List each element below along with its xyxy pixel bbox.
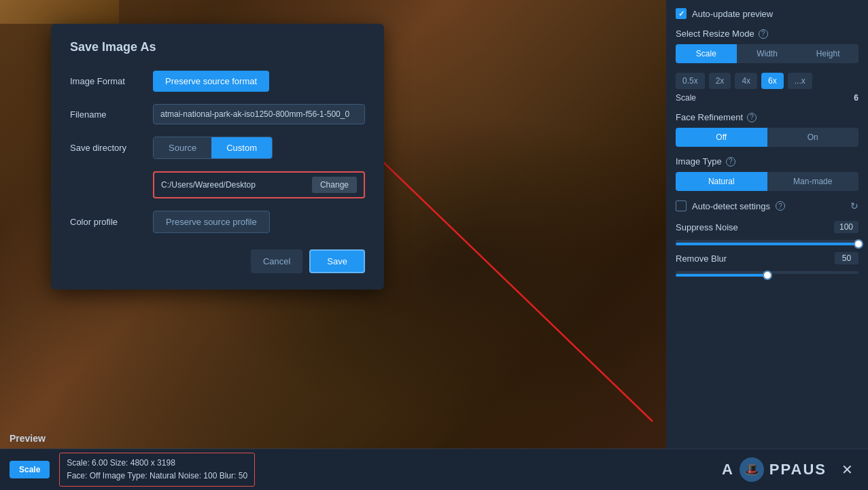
resize-mode-label: Select Resize Mode	[676, 29, 754, 39]
face-refinement-label: Face Refinement	[676, 112, 743, 122]
suppress-noise-row: Suppress Noise 100	[676, 221, 858, 233]
face-refinement-section: Face Refinement ? Off On	[676, 112, 858, 147]
image-format-row: Image Format Preserve source format	[70, 71, 365, 92]
auto-detect-row: Auto-detect settings ? ↻	[676, 200, 858, 211]
image-type-label: Image Type	[676, 156, 722, 167]
image-format-label: Image Format	[70, 76, 145, 86]
close-button[interactable]: ✕	[836, 459, 858, 480]
filename-row: Filename atmai-national-park-ak-iso1250-…	[70, 104, 365, 124]
remove-blur-label: Remove Blur	[676, 253, 727, 264]
resize-mode-section: Select Resize Mode ? Scale Width Height	[676, 29, 858, 63]
info-line1: Scale: 6.00 Size: 4800 x 3198	[67, 457, 247, 470]
scale-options-section: 0.5x 2x 4x 6x ...x Scale 6	[676, 73, 858, 103]
face-off-btn[interactable]: Off	[676, 128, 767, 147]
suppress-noise-section: Suppress Noise 100	[676, 221, 858, 243]
face-refinement-help-icon[interactable]: ?	[747, 113, 757, 122]
scale-4x-btn[interactable]: 4x	[735, 73, 757, 89]
preserve-profile-button[interactable]: Preserve source profile	[153, 211, 270, 233]
info-line2: Face: Off Image Type: Natural Noise: 100…	[67, 470, 247, 483]
auto-detect-help-icon[interactable]: ?	[776, 201, 785, 211]
auto-detect-checkbox[interactable]	[676, 200, 687, 211]
change-button[interactable]: Change	[312, 177, 357, 193]
auto-update-label: Auto-update preview	[692, 9, 773, 19]
face-refinement-group: Off On	[676, 128, 858, 147]
resize-mode-help-icon[interactable]: ?	[759, 29, 768, 39]
scale-label: Scale	[676, 93, 696, 103]
logo-area: A 🎩 PPAUS	[722, 457, 827, 482]
thumbnail-image	[0, 0, 119, 24]
scale-2x-btn[interactable]: 2x	[709, 73, 731, 89]
source-custom-group: Source Custom	[153, 137, 273, 159]
logo-text-ppaus: PPAUS	[769, 461, 827, 478]
resize-height-btn[interactable]: Height	[797, 44, 858, 63]
preview-label: Preview	[10, 433, 46, 444]
auto-update-checkbox[interactable]	[676, 8, 687, 19]
remove-blur-section: Remove Blur 50	[676, 252, 858, 274]
image-type-help-icon[interactable]: ?	[726, 157, 735, 167]
save-image-dialog: Save Image As Image Format Preserve sour…	[51, 24, 384, 290]
save-directory-label: Save directory	[70, 143, 145, 153]
dialog-footer: Cancel Save	[70, 249, 365, 273]
auto-update-row: Auto-update preview	[676, 8, 858, 19]
directory-box: C:/Users/Wareed/Desktop Change	[153, 171, 365, 198]
image-manmade-btn[interactable]: Man-made	[767, 172, 859, 191]
scale-options-group: 0.5x 2x 4x 6x ...x	[676, 73, 858, 89]
remove-blur-fill	[676, 274, 767, 277]
directory-path-row: C:/Users/Wareed/Desktop Change	[70, 171, 365, 198]
scale-custom-btn[interactable]: ...x	[788, 73, 812, 89]
auto-detect-label: Auto-detect settings	[692, 201, 770, 211]
suppress-noise-track[interactable]	[676, 240, 858, 243]
svg-line-0	[377, 156, 653, 421]
source-btn[interactable]: Source	[154, 137, 211, 158]
logo-icon: 🎩	[740, 457, 764, 482]
filename-input[interactable]: atmai-national-park-ak-iso1250-800mm-f56…	[153, 104, 365, 124]
suppress-noise-thumb[interactable]	[854, 239, 863, 249]
preserve-format-button[interactable]: Preserve source format	[153, 71, 269, 92]
cancel-button[interactable]: Cancel	[251, 249, 302, 273]
image-type-group: Natural Man-made	[676, 172, 858, 191]
suppress-noise-value: 100	[834, 221, 858, 233]
resize-width-btn[interactable]: Width	[737, 44, 798, 63]
remove-blur-value: 50	[835, 252, 858, 264]
filename-label: Filename	[70, 109, 145, 120]
suppress-noise-label: Suppress Noise	[676, 222, 738, 232]
refresh-icon[interactable]: ↻	[850, 200, 858, 211]
scale-badge[interactable]: Scale	[10, 461, 50, 478]
dialog-save-button[interactable]: Save	[309, 249, 365, 273]
image-natural-btn[interactable]: Natural	[676, 172, 767, 191]
image-type-section: Image Type ? Natural Man-made	[676, 156, 858, 191]
scale-6x-btn[interactable]: 6x	[761, 73, 784, 89]
dialog-title: Save Image As	[70, 40, 365, 54]
info-box: Scale: 6.00 Size: 4800 x 3198 Face: Off …	[59, 453, 255, 487]
resize-mode-group: Scale Width Height	[676, 44, 858, 63]
logo-text-a: A	[722, 461, 734, 478]
directory-path: C:/Users/Wareed/Desktop	[161, 180, 307, 190]
suppress-noise-fill	[676, 243, 858, 245]
face-on-btn[interactable]: On	[767, 128, 859, 147]
scale-0-5x-btn[interactable]: 0.5x	[676, 73, 705, 89]
remove-blur-row: Remove Blur 50	[676, 252, 858, 264]
remove-blur-track[interactable]	[676, 271, 858, 274]
sidebar: Auto-update preview Select Resize Mode ?…	[666, 0, 868, 449]
remove-blur-thumb[interactable]	[763, 270, 772, 280]
scale-value: 6	[854, 93, 858, 103]
color-profile-row: Color profile Preserve source profile	[70, 211, 365, 233]
save-directory-row: Save directory Source Custom	[70, 137, 365, 159]
custom-btn[interactable]: Custom	[211, 137, 272, 158]
bottom-bar: Scale Scale: 6.00 Size: 4800 x 3198 Face…	[0, 449, 868, 490]
resize-scale-btn[interactable]: Scale	[676, 44, 737, 63]
color-profile-label: Color profile	[70, 217, 145, 227]
